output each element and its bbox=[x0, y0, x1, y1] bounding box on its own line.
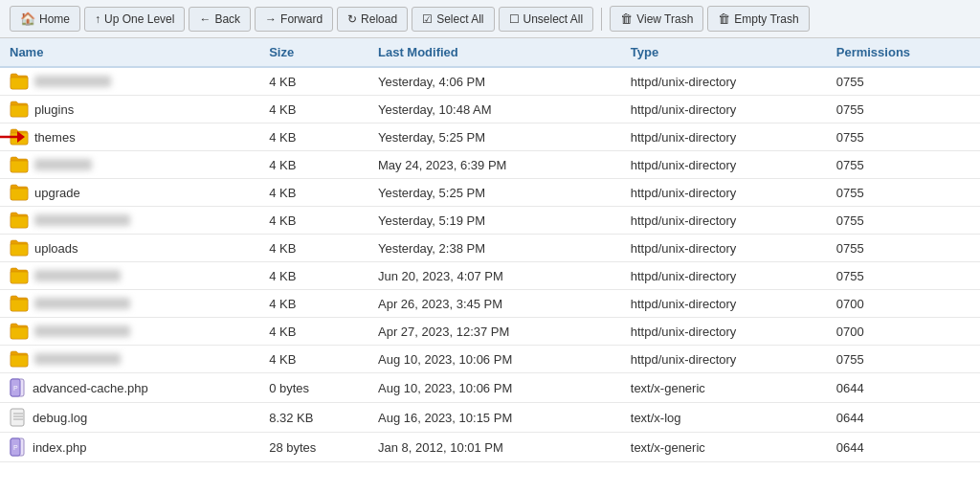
toolbar: Home Up One Level Back Forward Reload Se… bbox=[0, 0, 980, 38]
file-type-cell: httpd/unix-directory bbox=[621, 123, 827, 151]
col-type[interactable]: Type bbox=[621, 38, 827, 67]
file-modified-cell: Yesterday, 5:25 PM bbox=[368, 179, 621, 207]
file-modified-cell: Yesterday, 2:38 PM bbox=[368, 235, 621, 262]
file-modified-cell: Apr 27, 2023, 12:37 PM bbox=[368, 318, 621, 346]
folder-icon bbox=[10, 350, 29, 368]
file-name-text: index.php bbox=[33, 440, 86, 455]
col-name[interactable]: Name bbox=[0, 38, 259, 67]
file-permissions-cell: 0700 bbox=[827, 290, 980, 318]
table-row[interactable]: debug.log8.32 KBAug 16, 2023, 10:15 PMte… bbox=[0, 403, 980, 433]
file-size-cell: 4 KB bbox=[259, 151, 368, 179]
file-type-cell: httpd/unix-directory bbox=[621, 151, 827, 179]
folder-icon bbox=[10, 323, 29, 340]
col-modified[interactable]: Last Modified bbox=[368, 38, 621, 67]
file-size-cell: 4 KB bbox=[259, 346, 368, 373]
php-file-icon: P bbox=[10, 437, 27, 457]
unselect-all-button[interactable]: Unselect All bbox=[499, 7, 594, 32]
file-modified-cell: Aug 10, 2023, 10:06 PM bbox=[368, 346, 621, 373]
file-size-cell: 4 KB bbox=[259, 318, 368, 346]
table-row[interactable]: 4 KBYesterday, 4:06 PMhttpd/unix-directo… bbox=[0, 67, 980, 96]
svg-text:P: P bbox=[13, 444, 18, 451]
col-size[interactable]: Size bbox=[259, 38, 368, 67]
blurred-name bbox=[34, 325, 130, 337]
php-file-icon: P bbox=[10, 378, 27, 397]
file-type-cell: httpd/unix-directory bbox=[621, 235, 827, 262]
file-permissions-cell: 0755 bbox=[827, 207, 980, 235]
select-all-button[interactable]: Select All bbox=[412, 7, 494, 32]
file-name-text: debug.log bbox=[33, 411, 87, 425]
file-permissions-cell: 0644 bbox=[827, 403, 980, 433]
file-permissions-cell: 0700 bbox=[827, 318, 980, 346]
file-type-cell: httpd/unix-directory bbox=[621, 262, 827, 290]
table-row[interactable]: 4 KBYesterday, 5:19 PMhttpd/unix-directo… bbox=[0, 207, 980, 235]
home-icon bbox=[20, 11, 35, 26]
table-row[interactable]: themes 4 KBYesterday, 5:25 PMhttpd/unix-… bbox=[0, 123, 980, 151]
file-modified-cell: Yesterday, 5:25 PM bbox=[368, 123, 621, 151]
file-permissions-cell: 0644 bbox=[827, 433, 980, 462]
svg-marker-1 bbox=[17, 131, 25, 143]
file-type-cell: httpd/unix-directory bbox=[621, 346, 827, 373]
file-name-cell: plugins bbox=[0, 96, 259, 123]
file-modified-cell: Yesterday, 10:48 AM bbox=[368, 96, 621, 123]
file-size-cell: 4 KB bbox=[259, 67, 368, 96]
back-button[interactable]: Back bbox=[189, 7, 251, 32]
up-one-level-button[interactable]: Up One Level bbox=[84, 7, 185, 32]
forward-label: Forward bbox=[280, 12, 323, 26]
file-modified-cell: Jan 8, 2012, 10:01 PM bbox=[368, 433, 621, 462]
col-permissions[interactable]: Permissions bbox=[827, 38, 980, 67]
log-file-icon bbox=[10, 408, 27, 427]
file-permissions-cell: 0755 bbox=[827, 123, 980, 151]
file-name-cell bbox=[0, 346, 259, 373]
file-permissions-cell: 0755 bbox=[827, 179, 980, 207]
view-trash-button[interactable]: View Trash bbox=[610, 6, 703, 32]
empty-trash-icon bbox=[718, 11, 730, 26]
file-name-cell: P index.php bbox=[0, 433, 259, 462]
reload-icon bbox=[347, 12, 357, 26]
file-name-text: upgrade bbox=[34, 186, 80, 200]
blurred-name bbox=[34, 76, 111, 87]
svg-text:P: P bbox=[13, 385, 18, 392]
file-modified-cell: Aug 16, 2023, 10:15 PM bbox=[368, 403, 621, 433]
toolbar-separator-1 bbox=[601, 8, 602, 31]
table-row[interactable]: upgrade4 KBYesterday, 5:25 PMhttpd/unix-… bbox=[0, 179, 980, 207]
file-size-cell: 28 bytes bbox=[259, 433, 368, 462]
file-size-cell: 0 bytes bbox=[259, 373, 368, 403]
home-button[interactable]: Home bbox=[10, 6, 80, 32]
file-size-cell: 4 KB bbox=[259, 179, 368, 207]
svg-rect-5 bbox=[11, 409, 24, 426]
up-icon bbox=[95, 12, 100, 26]
file-type-cell: httpd/unix-directory bbox=[621, 67, 827, 96]
file-permissions-cell: 0755 bbox=[827, 346, 980, 373]
file-list-container: Name Size Last Modified Type Permissions… bbox=[0, 38, 980, 462]
file-size-cell: 4 KB bbox=[259, 96, 368, 123]
table-row[interactable]: 4 KBAug 10, 2023, 10:06 PMhttpd/unix-dir… bbox=[0, 346, 980, 373]
table-row[interactable]: 4 KBJun 20, 2023, 4:07 PMhttpd/unix-dire… bbox=[0, 262, 980, 290]
file-name-cell: P advanced-cache.php bbox=[0, 373, 259, 403]
unselect-icon bbox=[509, 12, 520, 26]
file-size-cell: 4 KB bbox=[259, 207, 368, 235]
file-modified-cell: Jun 20, 2023, 4:07 PM bbox=[368, 262, 621, 290]
table-row[interactable]: uploads4 KBYesterday, 2:38 PMhttpd/unix-… bbox=[0, 235, 980, 262]
file-size-cell: 8.32 KB bbox=[259, 403, 368, 433]
table-row[interactable]: 4 KBApr 27, 2023, 12:37 PMhttpd/unix-dir… bbox=[0, 318, 980, 346]
reload-button[interactable]: Reload bbox=[337, 7, 408, 32]
empty-trash-button[interactable]: Empty Trash bbox=[707, 6, 809, 32]
folder-icon bbox=[10, 101, 29, 118]
file-name-text: advanced-cache.php bbox=[33, 381, 148, 395]
table-row[interactable]: 4 KBMay 24, 2023, 6:39 PMhttpd/unix-dire… bbox=[0, 151, 980, 179]
file-type-cell: httpd/unix-directory bbox=[621, 96, 827, 123]
table-row[interactable]: P index.php28 bytesJan 8, 2012, 10:01 PM… bbox=[0, 433, 980, 462]
table-row[interactable]: plugins4 KBYesterday, 10:48 AMhttpd/unix… bbox=[0, 96, 980, 123]
file-table: Name Size Last Modified Type Permissions… bbox=[0, 38, 980, 462]
table-row[interactable]: P advanced-cache.php0 bytesAug 10, 2023,… bbox=[0, 373, 980, 403]
file-name-text: uploads bbox=[34, 241, 78, 256]
file-name-cell bbox=[0, 318, 259, 346]
select-all-icon bbox=[422, 12, 433, 26]
blurred-name bbox=[34, 353, 121, 365]
select-all-label: Select All bbox=[436, 12, 483, 26]
forward-button[interactable]: Forward bbox=[255, 7, 333, 32]
table-row[interactable]: 4 KBApr 26, 2023, 3:45 PMhttpd/unix-dire… bbox=[0, 290, 980, 318]
file-type-cell: text/x-generic bbox=[621, 433, 827, 462]
folder-icon bbox=[10, 295, 29, 312]
file-name-cell: upgrade bbox=[0, 179, 259, 207]
